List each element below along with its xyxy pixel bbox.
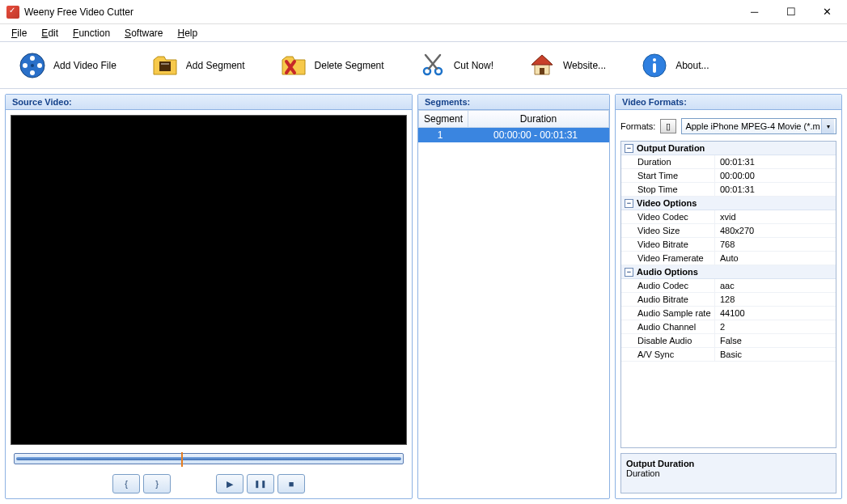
propgrid-row[interactable]: Video Codecxvid bbox=[621, 210, 836, 224]
menu-file-label: ile bbox=[17, 28, 27, 39]
collapse-icon[interactable]: − bbox=[625, 268, 633, 277]
svg-rect-6 bbox=[159, 61, 171, 71]
property-value[interactable]: 00:01:31 bbox=[715, 183, 836, 196]
property-value[interactable]: 00:00:00 bbox=[715, 169, 836, 182]
timeline-slider[interactable] bbox=[14, 453, 404, 464]
propgrid-row[interactable]: Video Bitrate768 bbox=[621, 238, 836, 252]
property-value[interactable]: 00:01:31 bbox=[715, 155, 836, 168]
propgrid-row[interactable]: Video FramerateAuto bbox=[621, 252, 836, 265]
work-area: Source Video: { } ▶ ❚❚ ■ bbox=[0, 89, 847, 504]
property-value[interactable]: Auto bbox=[715, 252, 836, 265]
segments-panel: Segments: Segment Duration 100:00:00 - 0… bbox=[417, 94, 610, 499]
formats-label: Formats: bbox=[620, 121, 655, 131]
segments-col-duration[interactable]: Duration bbox=[468, 111, 608, 127]
delete-segment-button[interactable]: Delete Segment bbox=[274, 48, 389, 83]
formats-dropdown[interactable]: Apple iPhone MPEG-4 Movie (*.m ▾ bbox=[681, 118, 836, 134]
segment-duration: 00:00:00 - 00:01:31 bbox=[462, 128, 609, 142]
description-body: Duration bbox=[626, 468, 831, 478]
property-value[interactable]: Basic bbox=[715, 348, 836, 361]
menu-software[interactable]: Software bbox=[118, 26, 169, 40]
add-segment-label: Add Segment bbox=[186, 60, 245, 71]
mark-out-button[interactable]: } bbox=[143, 474, 171, 493]
property-value[interactable]: 2 bbox=[715, 320, 836, 333]
propgrid-row[interactable]: A/V SyncBasic bbox=[621, 348, 836, 362]
menu-edit[interactable]: Edit bbox=[35, 26, 65, 40]
film-reel-icon bbox=[18, 51, 47, 80]
title-bar: Weeny Free Video Cutter ─ ☐ ✕ bbox=[0, 0, 847, 24]
menu-function[interactable]: Function bbox=[66, 26, 116, 40]
device-icon: ▯ bbox=[660, 119, 676, 133]
property-value[interactable]: xvid bbox=[715, 210, 836, 223]
timeline-thumb[interactable] bbox=[181, 452, 183, 467]
cut-now-button[interactable]: Cut Now! bbox=[413, 48, 498, 83]
svg-point-5 bbox=[31, 64, 34, 67]
property-key: Audio Channel bbox=[621, 320, 715, 333]
svg-rect-13 bbox=[653, 63, 656, 73]
svg-point-4 bbox=[23, 63, 28, 68]
pause-button[interactable]: ❚❚ bbox=[247, 474, 274, 493]
property-value[interactable]: False bbox=[715, 334, 836, 347]
stop-button[interactable]: ■ bbox=[277, 474, 305, 493]
table-row[interactable]: 100:00:00 - 00:01:31 bbox=[418, 128, 609, 142]
add-video-label: Add Video File bbox=[53, 60, 116, 71]
propgrid-row[interactable]: Stop Time00:01:31 bbox=[621, 183, 836, 197]
home-icon bbox=[527, 51, 557, 80]
mark-in-glyph: { bbox=[125, 479, 128, 489]
about-button[interactable]: About... bbox=[635, 48, 714, 83]
property-value[interactable]: 480x270 bbox=[715, 224, 836, 237]
source-video-panel: Source Video: { } ▶ ❚❚ ■ bbox=[5, 94, 413, 499]
video-formats-panel: Video Formats: Formats: ▯ Apple iPhone M… bbox=[615, 94, 842, 499]
svg-point-3 bbox=[30, 70, 35, 75]
add-segment-button[interactable]: Add Segment bbox=[146, 48, 250, 83]
property-value[interactable]: 128 bbox=[715, 293, 836, 306]
segments-col-segment[interactable]: Segment bbox=[419, 111, 468, 127]
about-label: About... bbox=[675, 60, 709, 71]
menu-help[interactable]: Help bbox=[171, 26, 204, 40]
toolbar: Add Video File Add Segment Delete Segmen… bbox=[0, 42, 847, 89]
propgrid-row[interactable]: Duration00:01:31 bbox=[621, 155, 836, 169]
property-value[interactable]: 768 bbox=[715, 238, 836, 251]
play-glyph: ▶ bbox=[227, 479, 233, 489]
propgrid-row[interactable]: Audio Channel2 bbox=[621, 320, 836, 334]
property-key: A/V Sync bbox=[621, 348, 715, 361]
property-key: Video Framerate bbox=[621, 252, 715, 265]
timeline-track bbox=[16, 457, 401, 460]
segment-number: 1 bbox=[418, 128, 462, 142]
menu-file[interactable]: File bbox=[5, 26, 33, 40]
propgrid-row[interactable]: Audio Codecaac bbox=[621, 279, 836, 293]
video-preview[interactable] bbox=[11, 115, 407, 445]
property-value[interactable]: 44100 bbox=[715, 307, 836, 320]
propgrid-row[interactable]: Video Size480x270 bbox=[621, 224, 836, 238]
add-video-button[interactable]: Add Video File bbox=[13, 48, 121, 83]
collapse-icon[interactable]: − bbox=[625, 199, 633, 208]
app-icon bbox=[6, 6, 19, 19]
property-key: Disable Audio bbox=[621, 334, 715, 347]
scissors-icon bbox=[418, 51, 447, 80]
folder-delete-icon bbox=[279, 51, 308, 80]
property-value[interactable]: aac bbox=[715, 279, 836, 292]
collapse-icon[interactable]: − bbox=[625, 144, 633, 153]
property-key: Duration bbox=[621, 155, 715, 168]
propgrid-row[interactable]: Audio Bitrate128 bbox=[621, 293, 836, 307]
propgrid-section-header[interactable]: −Audio Options bbox=[621, 265, 836, 279]
segments-table-header: Segment Duration bbox=[418, 110, 609, 128]
property-grid: −Output DurationDuration00:01:31Start Ti… bbox=[620, 141, 836, 448]
minimize-button[interactable]: ─ bbox=[736, 0, 773, 23]
source-video-header: Source Video: bbox=[6, 95, 412, 110]
play-button[interactable]: ▶ bbox=[216, 474, 244, 493]
propgrid-section-header[interactable]: −Video Options bbox=[621, 197, 836, 210]
menu-software-label: oftware bbox=[131, 28, 163, 39]
section-title: Output Duration bbox=[637, 143, 705, 153]
video-formats-header: Video Formats: bbox=[616, 95, 841, 110]
propgrid-row[interactable]: Audio Sample rate44100 bbox=[621, 307, 836, 320]
propgrid-section-header[interactable]: −Output Duration bbox=[621, 142, 836, 155]
website-button[interactable]: Website... bbox=[523, 48, 611, 83]
propgrid-row[interactable]: Disable AudioFalse bbox=[621, 334, 836, 348]
maximize-button[interactable]: ☐ bbox=[773, 0, 809, 23]
close-button[interactable]: ✕ bbox=[809, 0, 845, 23]
cut-now-label: Cut Now! bbox=[454, 60, 493, 71]
mark-in-button[interactable]: { bbox=[112, 474, 140, 493]
property-description: Output Duration Duration bbox=[620, 453, 836, 493]
property-key: Audio Bitrate bbox=[621, 293, 715, 306]
propgrid-row[interactable]: Start Time00:00:00 bbox=[621, 169, 836, 183]
